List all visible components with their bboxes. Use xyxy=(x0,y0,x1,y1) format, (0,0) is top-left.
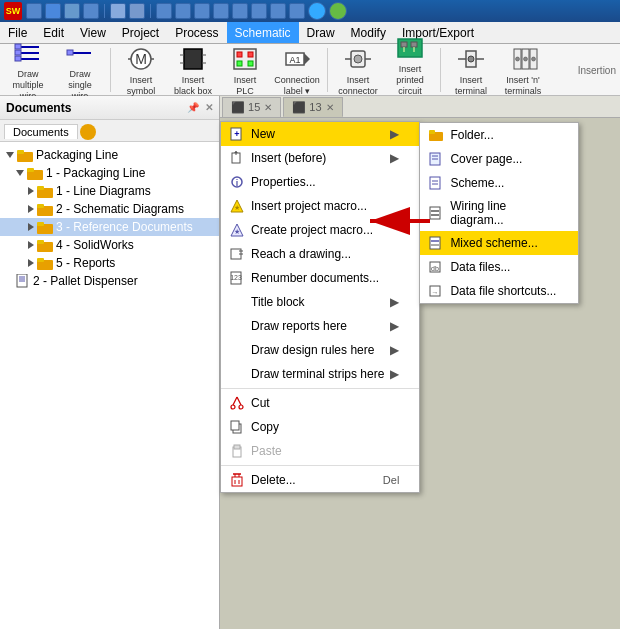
right-area: ⬛ 15 ✕ ⬛ 13 ✕ + New ▶ xyxy=(220,96,620,629)
tool-insert-plc[interactable]: Insert PLC xyxy=(221,40,269,100)
tb-icon-13[interactable] xyxy=(270,3,286,19)
blackbox-icon xyxy=(177,43,209,75)
svg-rect-4 xyxy=(15,50,21,55)
cm-item-title-block[interactable]: Title block ▶ xyxy=(221,290,419,314)
sm-item-shortcuts[interactable]: → Data file shortcuts... xyxy=(420,279,578,303)
cm-icon-insert-project-macro: ★ xyxy=(229,198,245,214)
panel-close[interactable]: ✕ xyxy=(205,102,213,113)
cm-label-insert-project-macro: Insert project macro... xyxy=(251,199,367,213)
panel-pin[interactable]: 📌 xyxy=(187,102,199,113)
tb-icon-15[interactable] xyxy=(308,2,326,20)
tree-label-1-2: 2 - Schematic Diagrams xyxy=(56,202,184,216)
title-bar-sep2 xyxy=(150,4,151,18)
tool-insert-connector[interactable]: Insert connector xyxy=(334,40,382,100)
cm-item-cut[interactable]: Cut xyxy=(221,391,419,415)
tool-label-connection-label: Connection label ▾ xyxy=(274,75,320,97)
tb-icon-5[interactable] xyxy=(110,3,126,19)
cm-label-paste: Paste xyxy=(251,444,282,458)
expand-icon-1 xyxy=(16,170,24,176)
tb-icon-4[interactable] xyxy=(83,3,99,19)
tb-icon-9[interactable] xyxy=(194,3,210,19)
cm-item-delete[interactable]: Delete... Del xyxy=(221,468,419,492)
tool-draw-multiple-wire[interactable]: Draw multiple wire xyxy=(4,34,52,104)
tb-icon-10[interactable] xyxy=(213,3,229,19)
cm-item-insert-before[interactable]: Insert (before) ▶ xyxy=(221,146,419,170)
cm-item-draw-terminal-strips[interactable]: Draw terminal strips here ▶ xyxy=(221,362,419,386)
submenu-new: Folder... Cover page... xyxy=(419,122,579,304)
tool-insert-terminal[interactable]: Insert terminal xyxy=(447,40,495,100)
tb-icon-2[interactable] xyxy=(45,3,61,19)
page-icon-2 xyxy=(16,274,30,288)
tab-close-13[interactable]: ✕ xyxy=(326,102,334,113)
svg-rect-20 xyxy=(248,52,253,57)
cm-item-reach-drawing[interactable]: Reach a drawing... xyxy=(221,242,419,266)
view-tab-15[interactable]: ⬛ 15 ✕ xyxy=(222,97,281,117)
tb-icon-1[interactable] xyxy=(26,3,42,19)
tool-insert-black-box[interactable]: Insert black box xyxy=(169,40,217,100)
folder-icon-1-2 xyxy=(37,202,53,216)
cm-label-create-project-macro: Create project macro... xyxy=(251,223,373,237)
docs-tab-icon[interactable] xyxy=(80,124,96,140)
tree-label-1-3: 3 - Reference Documents xyxy=(56,220,193,234)
svg-text:123: 123 xyxy=(230,274,242,281)
tb-icon-8[interactable] xyxy=(175,3,191,19)
sm-item-cover[interactable]: Cover page... xyxy=(420,147,578,171)
cm-item-paste[interactable]: Paste xyxy=(221,439,419,463)
svg-rect-19 xyxy=(237,61,242,66)
tb-icon-14[interactable] xyxy=(289,3,305,19)
title-bar-sep1 xyxy=(104,4,105,18)
svg-rect-55 xyxy=(37,240,44,244)
tree-item-reference-documents[interactable]: 3 - Reference Documents xyxy=(0,218,219,236)
tb-icon-7[interactable] xyxy=(156,3,172,19)
cm-item-draw-design-rules[interactable]: Draw design rules here ▶ xyxy=(221,338,419,362)
tree-item-packaging-line[interactable]: 1 - Packaging Line xyxy=(0,164,219,182)
tool-draw-single-wire[interactable]: Draw single wire xyxy=(56,34,104,104)
expand-icon-1-5 xyxy=(28,259,34,267)
tree-item-line-diagrams[interactable]: 1 - Line Diagrams xyxy=(0,182,219,200)
svg-rect-21 xyxy=(248,61,253,66)
context-menu: + New ▶ Folder... xyxy=(220,121,420,493)
toolbar-sep-1 xyxy=(110,48,111,92)
sm-item-datafiles[interactable]: db Data files... xyxy=(420,255,578,279)
plc-icon xyxy=(229,43,261,75)
tool-connection-label[interactable]: A1 Connection label ▾ xyxy=(273,40,321,100)
tool-label-insert-plc: Insert PLC xyxy=(224,75,266,97)
cm-item-copy[interactable]: Copy xyxy=(221,415,419,439)
tree-item-solidworks[interactable]: 4 - SolidWorks xyxy=(0,236,219,254)
tool-insert-symbol[interactable]: M Insert symbol xyxy=(117,40,165,100)
tree-item-reports[interactable]: 5 - Reports xyxy=(0,254,219,272)
tree-item-pallet-dispenser[interactable]: 2 - Pallet Dispenser xyxy=(0,272,219,290)
sm-item-mixed[interactable]: Mixed scheme... xyxy=(420,231,578,255)
cm-item-new[interactable]: + New ▶ Folder... xyxy=(221,122,419,146)
view-tab-13[interactable]: ⬛ 13 ✕ xyxy=(283,97,342,117)
svg-rect-65 xyxy=(429,130,435,134)
cm-label-draw-design-rules: Draw design rules here xyxy=(251,343,374,357)
tb-icon-3[interactable] xyxy=(64,3,80,19)
tree-root-packaging-line[interactable]: Packaging Line xyxy=(0,146,219,164)
cm-item-draw-reports[interactable]: Draw reports here ▶ xyxy=(221,314,419,338)
svg-rect-103 xyxy=(234,445,240,449)
cm-label-draw-terminal-strips: Draw terminal strips here xyxy=(251,367,384,381)
tab-close-15[interactable]: ✕ xyxy=(264,102,272,113)
sm-item-scheme[interactable]: Scheme... xyxy=(420,171,578,195)
cm-item-properties[interactable]: i Properties... xyxy=(221,170,419,194)
svg-point-97 xyxy=(239,405,243,409)
tab-num-13: ⬛ 13 xyxy=(292,101,321,114)
cm-icon-title-block xyxy=(229,294,245,310)
cm-label-title-block: Title block xyxy=(251,295,305,309)
documents-panel-header: Documents 📌 ✕ xyxy=(0,96,219,120)
cm-item-renumber[interactable]: 123 Renumber documents... xyxy=(221,266,419,290)
tb-icon-16[interactable] xyxy=(329,2,347,20)
tool-label-insert-black-box: Insert black box xyxy=(172,75,214,97)
sm-item-folder[interactable]: Folder... xyxy=(420,123,578,147)
tb-icon-6[interactable] xyxy=(129,3,145,19)
cm-label-insert-before: Insert (before) xyxy=(251,151,326,165)
tb-icon-12[interactable] xyxy=(251,3,267,19)
tree-item-schematic-diagrams[interactable]: 2 - Schematic Diagrams xyxy=(0,200,219,218)
sm-item-wiring[interactable]: Wiring line diagram... xyxy=(420,195,578,231)
expand-icon-root xyxy=(6,152,14,158)
svg-line-98 xyxy=(233,397,237,405)
docs-tab-documents[interactable]: Documents xyxy=(4,124,78,139)
tool-insert-n-terminals[interactable]: Insert 'n' terminals xyxy=(499,40,547,100)
tb-icon-11[interactable] xyxy=(232,3,248,19)
